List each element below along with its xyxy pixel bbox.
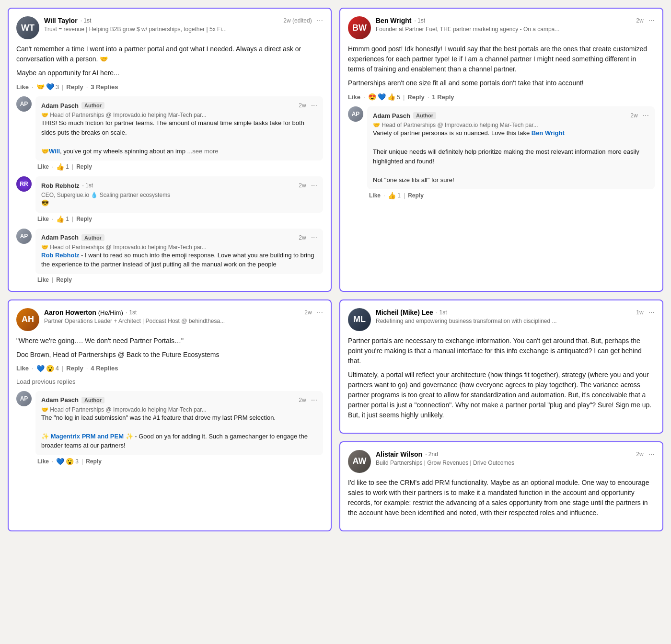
degree-badge: · 2nd [425, 451, 438, 458]
more-options-button[interactable]: ··· [317, 308, 323, 317]
more-options-button[interactable]: ··· [311, 396, 317, 404]
user-info: Alistair Wilson · 2nd 2w ··· Build Partn… [376, 450, 655, 466]
avatar: AP [348, 106, 363, 122]
reply-content: Adam Pasch Author 2w ··· 🤝 Head of Partn… [35, 96, 323, 161]
reply-author-title: CEO, Superglue.io 💧 Scaling partner ecos… [41, 192, 317, 198]
more-options-button[interactable]: ··· [643, 111, 649, 120]
user-info: Micheil (Mike) Lee · 1st 1w ··· Redefini… [376, 308, 655, 324]
like-button[interactable]: Like [16, 83, 29, 91]
more-options-button[interactable]: ··· [648, 308, 655, 317]
avatar: BW [348, 16, 371, 39]
more-options-button[interactable]: ··· [648, 450, 655, 459]
timestamp: 2w [304, 309, 312, 316]
post-content: Can't remember a time I went into a part… [16, 44, 323, 78]
reply-item: AP Adam Pasch Author 2w ··· 🤝 Head of Pa… [16, 229, 323, 283]
reply-text: The "no log in lead submission" was the … [41, 413, 317, 450]
post-card-will-taylor: WT Will Taylor · 1st 2w (edited) ··· Tru… [8, 8, 332, 292]
reply-actions: Like · 👍 1 | Reply [35, 163, 323, 171]
reply-header: Adam Pasch Author 2w ··· [373, 111, 649, 120]
more-options-button[interactable]: ··· [648, 16, 655, 25]
replies-section: Load previous replies AP Adam Pasch Auth… [16, 378, 323, 465]
more-options-button[interactable]: ··· [311, 181, 317, 190]
reply-content: Adam Pasch Author 2w ··· 🤝 Head of Partn… [367, 106, 655, 189]
avatar: AP [16, 391, 32, 406]
reply-button[interactable]: Reply [86, 458, 102, 465]
reply-text: THIS! So much friction for partner teams… [41, 118, 317, 156]
mention-link[interactable]: Will [49, 148, 60, 155]
reply-timestamp: 2w [299, 397, 306, 403]
reply-body: Adam Pasch Author 2w ··· 🤝 Head of Partn… [35, 96, 323, 171]
user-name: Aaron Howerton (He/Him) [44, 309, 123, 316]
post-header: BW Ben Wright · 1st 2w ··· Founder at Pa… [348, 16, 655, 39]
reply-button[interactable]: Reply [408, 192, 424, 199]
post-content: I'd like to see the CRM's add PRM functi… [348, 478, 655, 518]
more-options-button[interactable]: ··· [311, 101, 317, 110]
post-card-ben-wright: BW Ben Wright · 1st 2w ··· Founder at Pa… [339, 8, 663, 292]
reactions: 🤝💙 3 [36, 83, 59, 91]
replies-count[interactable]: 4 Replies [91, 365, 118, 372]
reply-content: Adam Pasch Author 2w ··· 🤝 Head of Partn… [35, 391, 323, 455]
load-previous-replies[interactable]: Load previous replies [16, 378, 323, 385]
like-button[interactable]: Like [37, 276, 49, 283]
reply-button[interactable]: Reply [56, 276, 72, 283]
reply-actions: Like | Reply [35, 276, 323, 283]
like-button[interactable]: Like [16, 365, 29, 372]
post-card-micheil-lee: ML Micheil (Mike) Lee · 1st 1w ··· Redef… [339, 299, 663, 434]
user-info: Will Taylor · 1st 2w (edited) ··· Trust … [44, 16, 323, 33]
like-button[interactable]: Like [37, 163, 49, 170]
mention-link[interactable]: Magentrix PRM and PEM [51, 433, 124, 440]
reply-body: Adam Pasch Author 2w ··· 🤝 Head of Partn… [35, 391, 323, 465]
timestamp: 2w [636, 17, 643, 24]
reactions: 👍 1 [388, 192, 401, 199]
reply-item: RR Rob Rebholz · 1st 2w ··· CEO, Supergl… [16, 176, 323, 223]
replies-section: AP Adam Pasch Author 2w ··· 🤝 Head of Pa… [16, 96, 323, 283]
reply-button[interactable]: Reply [66, 83, 83, 91]
post-actions: Like · 🤝💙 3 | Reply · 3 Replies [16, 83, 323, 91]
user-info: Aaron Howerton (He/Him) · 1st 2w ··· Par… [44, 308, 323, 324]
timestamp: 2w [636, 451, 643, 458]
replies-count[interactable]: 3 Replies [91, 83, 118, 91]
like-button[interactable]: Like [37, 458, 49, 465]
reply-actions: Like · 👍 1 | Reply [367, 192, 655, 199]
post-content: "Where we're going…. We don't need Partn… [16, 336, 323, 360]
user-title: Trust = revenue | Helping B2B grow $ w/ … [44, 26, 323, 33]
reply-author-title: 🤝 Head of Partnerships @ Improvado.io he… [41, 112, 317, 118]
more-options-button[interactable]: ··· [317, 16, 323, 25]
reply-button[interactable]: Reply [66, 365, 83, 372]
timestamp: 2w (edited) [283, 17, 312, 24]
more-options-button[interactable]: ··· [311, 233, 317, 242]
reply-header: Adam Pasch Author 2w ··· [41, 233, 317, 242]
user-name: Micheil (Mike) Lee [376, 309, 433, 316]
replies-count[interactable]: 1 Reply [432, 93, 454, 101]
reply-header: Adam Pasch Author 2w ··· [41, 396, 317, 404]
reply-text: Rob Rebholz - I want to read so much int… [41, 251, 317, 269]
reactions: 👍 1 [56, 215, 69, 223]
like-button[interactable]: Like [369, 192, 381, 199]
reply-body: Adam Pasch Author 2w ··· 🤝 Head of Partn… [367, 106, 655, 199]
mention-link[interactable]: Rob Rebholz [41, 252, 79, 259]
reply-button[interactable]: Reply [407, 93, 424, 101]
mention-link[interactable]: Ben Wright [532, 129, 565, 137]
user-name: Ben Wright [376, 17, 411, 24]
user-title: Build Partnerships | Grow Revenues | Dri… [376, 460, 655, 466]
avatar: AH [16, 308, 39, 331]
reactions: 💙😮 4 [36, 365, 59, 372]
see-more-button[interactable]: ...see more [187, 148, 219, 155]
post-card-alistair-wilson: AW Alistair Wilson · 2nd 2w ··· Build Pa… [339, 441, 663, 531]
like-button[interactable]: Like [348, 93, 360, 101]
timestamp: 1w [636, 309, 643, 316]
avatar: AW [348, 450, 371, 473]
like-button[interactable]: Like [37, 216, 49, 222]
reply-author-name: Adam Pasch [41, 396, 79, 403]
user-name: Will Taylor [44, 17, 78, 24]
avatar: AP [16, 229, 32, 244]
degree-badge: · 1st [126, 309, 137, 316]
reply-button[interactable]: Reply [76, 216, 92, 222]
reply-timestamp: 2w [299, 234, 306, 241]
post-header: WT Will Taylor · 1st 2w (edited) ··· Tru… [16, 16, 323, 39]
post-content: Hmmm good post! Idk honestly! I would sa… [348, 44, 655, 88]
avatar: WT [16, 16, 39, 39]
reply-timestamp: 2w [299, 182, 306, 189]
reply-header: Adam Pasch Author 2w ··· [41, 101, 317, 110]
reply-button[interactable]: Reply [76, 163, 92, 170]
